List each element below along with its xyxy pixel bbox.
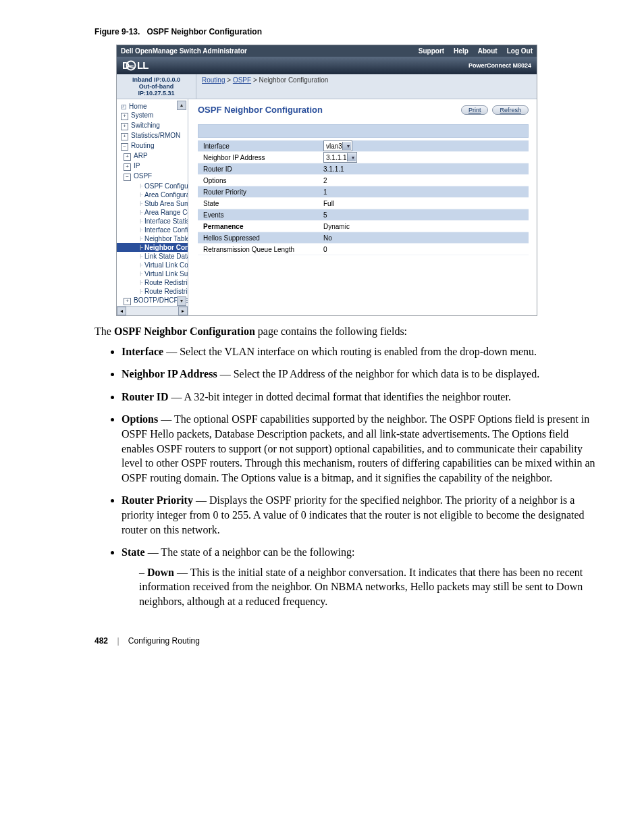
tree-h-scroll[interactable]: ◂ ▸ — [117, 306, 188, 315]
figure-caption: Figure 9-13. OSPF Neighbor Configuration — [41, 27, 603, 36]
doc-body: The OSPF Neighbor Configuration page con… — [95, 324, 603, 609]
infobar: Inband IP:0.0.0.0 Out-of-band IP:10.27.5… — [117, 74, 537, 99]
ip-info: Inband IP:0.0.0.0 Out-of-band IP:10.27.5… — [117, 74, 196, 99]
dropdown[interactable]: 3.1.1.1 — [323, 152, 357, 163]
dell-logo: D LL — [122, 59, 163, 72]
config-header-blank — [198, 124, 529, 138]
tree-stats[interactable]: +Statistics/RMON — [117, 131, 188, 141]
doc-field-list: Interface — Select the VLAN interface on… — [95, 344, 603, 609]
tree-lsdb[interactable]: ⊦Link State Databa — [117, 252, 188, 261]
logo-row: D LL PowerConnect M8024 — [117, 57, 537, 74]
config-label: Router ID — [203, 165, 323, 173]
config-label: Retransmission Queue Length — [203, 246, 323, 253]
config-label: Permanence — [203, 223, 323, 230]
config-label: Interface — [203, 142, 323, 150]
breadcrumb: Routing > OSPF > Neighbor Configuration — [196, 74, 333, 99]
tree-stub-area[interactable]: ⊦Stub Area Summa — [117, 199, 188, 208]
tree-arp[interactable]: +ARP — [117, 151, 188, 161]
page-title: OSPF Neighbor Configuration — [198, 105, 323, 115]
tree-ip[interactable]: +IP — [117, 161, 188, 172]
breadcrumb-routing[interactable]: Routing — [202, 76, 225, 84]
product-name: PowerConnect M8024 — [468, 62, 531, 69]
config-label: State — [203, 200, 323, 207]
config-select[interactable]: 3.1.1.1 — [323, 152, 357, 163]
config-row: Retransmission Queue Length0 — [198, 244, 529, 255]
tree-ospf[interactable]: −OSPF — [117, 172, 188, 182]
config-value: 0 — [323, 246, 327, 253]
doc-item: Interface — Select the VLAN interface on… — [122, 344, 603, 359]
tree-vlink-config[interactable]: ⊦Virtual Link Config — [117, 261, 188, 269]
config-label: Neighbor IP Address — [203, 154, 323, 161]
tree-area-config[interactable]: ⊦Area Configuration — [117, 190, 188, 199]
hscroll-right-icon[interactable]: ▸ — [178, 307, 188, 315]
tree-neighbor-table[interactable]: ⊦Neighbor Table — [117, 234, 188, 243]
titlebar: Dell OpenManage Switch Administrator Sup… — [117, 45, 537, 57]
app-title: Dell OpenManage Switch Administrator — [121, 47, 247, 55]
config-value: No — [323, 234, 332, 242]
config-row: Neighbor IP Address3.1.1.1 — [198, 152, 529, 163]
config-value: 3.1.1.1 — [323, 165, 344, 173]
nav-about[interactable]: About — [478, 47, 498, 55]
tree-scroll-up[interactable]: ▴ — [177, 101, 186, 110]
hscroll-left-icon[interactable]: ◂ — [117, 307, 126, 315]
doc-item: Router ID — A 32-bit integer in dotted d… — [122, 390, 603, 405]
breadcrumb-ospf[interactable]: OSPF — [233, 76, 251, 84]
doc-footer: 482 | Configuring Routing — [95, 636, 603, 646]
config-select[interactable]: vlan3 — [323, 140, 352, 151]
tree-area-range[interactable]: ⊦Area Range Config — [117, 208, 188, 217]
tree-route-redist2[interactable]: ⊦Route Redistributio — [117, 287, 188, 296]
tree-vlink-summ[interactable]: ⊦Virtual Link Summ — [117, 269, 188, 278]
dropdown[interactable]: vlan3 — [323, 140, 352, 151]
tree-neighbor-config[interactable]: ⊦Neighbor Configu — [117, 243, 188, 252]
print-button[interactable]: Print — [461, 105, 489, 115]
doc-item: Options — The optional OSPF capabilities… — [122, 412, 603, 485]
config-value: 2 — [323, 177, 327, 184]
tree-if-stats[interactable]: ⊦Interface Statistics — [117, 217, 188, 226]
refresh-button[interactable]: Refresh — [492, 105, 529, 115]
nav-support[interactable]: Support — [419, 47, 444, 55]
nav-help[interactable]: Help — [454, 47, 468, 55]
config-label: Events — [203, 211, 323, 219]
doc-item: Router Priority — Displays the OSPF prio… — [122, 493, 603, 537]
tree-routing[interactable]: −Routing — [117, 141, 188, 151]
config-row: Router ID3.1.1.1 — [198, 163, 529, 175]
tree-system[interactable]: +System — [117, 111, 188, 121]
tree-ospf-config[interactable]: ⊦OSPF Configuratio — [117, 182, 188, 190]
config-label: Router Priority — [203, 188, 323, 196]
config-label: Options — [203, 177, 323, 184]
doc-subitem: Down — This is the initial state of a ne… — [139, 565, 603, 609]
nav-tree: ▴ Home +System +Switching +Statistics/RM… — [117, 99, 188, 315]
config-table: Interfacevlan3Neighbor IP Address3.1.1.1… — [198, 140, 529, 255]
config-label: Hellos Suppressed — [203, 234, 323, 242]
config-value: 1 — [323, 188, 327, 196]
config-row: PermanenceDynamic — [198, 221, 529, 232]
app-frame: Dell OpenManage Switch Administrator Sup… — [116, 45, 537, 316]
config-row: Events5 — [198, 209, 529, 221]
tree-switching[interactable]: +Switching — [117, 121, 188, 131]
footer-section: Configuring Routing — [128, 636, 200, 646]
doc-item: State — The state of a neighbor can be t… — [122, 545, 603, 608]
svg-text:LL: LL — [137, 59, 149, 71]
config-row: Interfacevlan3 — [198, 140, 529, 152]
config-value: 5 — [323, 211, 327, 219]
config-row: Options2 — [198, 175, 529, 186]
breadcrumb-current: Neighbor Configuration — [259, 76, 329, 84]
tree-if-config[interactable]: ⊦Interface Configura — [117, 226, 188, 234]
doc-item: Neighbor IP Address — Select the IP Addr… — [122, 367, 603, 382]
config-value: Full — [323, 200, 334, 207]
nav-logout[interactable]: Log Out — [507, 47, 533, 55]
content-pane: OSPF Neighbor Configuration Print Refres… — [188, 99, 537, 315]
tree-scroll-down[interactable]: ▾ — [177, 296, 186, 306]
tree-route-redist1[interactable]: ⊦Route Redistributio — [117, 278, 188, 287]
config-row: Router Priority1 — [198, 186, 529, 198]
config-value: Dynamic — [323, 223, 350, 230]
config-row: Hellos SuppressedNo — [198, 232, 529, 244]
config-row: StateFull — [198, 198, 529, 209]
page-number: 482 — [95, 636, 108, 646]
